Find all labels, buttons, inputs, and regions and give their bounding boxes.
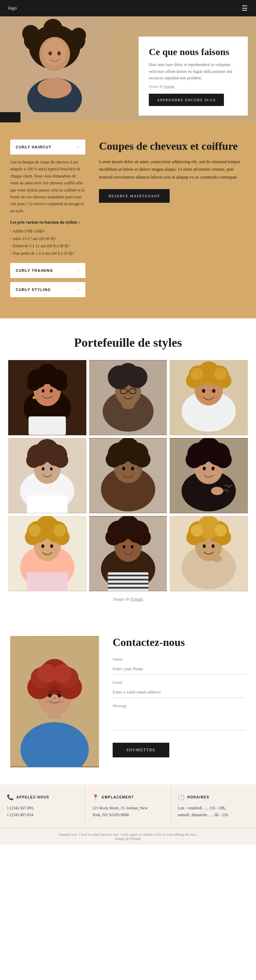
svg-point-12 <box>43 39 66 66</box>
services-right: Coupes de cheveux et coiffure Lorem ipsu… <box>99 140 246 301</box>
hero-person-svg <box>0 16 109 112</box>
svg-point-68 <box>122 466 125 470</box>
header: logo ☰ <box>0 0 256 16</box>
svg-point-69 <box>131 466 134 470</box>
svg-point-141 <box>45 700 51 703</box>
svg-point-120 <box>212 544 215 548</box>
svg-point-79 <box>212 466 215 470</box>
services-description: Lorem ipsum dolor sit amet, consectetur … <box>99 158 246 181</box>
services-left: CURLY HAIRCUT → Une technique de coupe d… <box>10 140 85 301</box>
portfolio-item-3 <box>170 360 248 435</box>
portfolio-credit: Images de Freepik <box>8 597 248 602</box>
svg-point-43 <box>191 368 203 380</box>
svg-point-117 <box>191 524 203 536</box>
name-label: Name <box>113 657 246 662</box>
info-hours-header: 🕐 HORAIRES <box>178 794 249 800</box>
hero-content: Ce que nous faisons Duis aute irure dolo… <box>139 37 248 116</box>
svg-point-138 <box>48 694 52 698</box>
svg-point-139 <box>58 694 61 698</box>
svg-point-137 <box>52 664 72 683</box>
svg-point-30 <box>118 363 138 383</box>
svg-point-45 <box>202 389 205 393</box>
svg-point-140 <box>53 697 56 700</box>
hamburger-icon[interactable]: ☰ <box>242 4 248 12</box>
svg-point-77 <box>215 451 232 468</box>
message-field-group: Message <box>113 703 246 732</box>
portfolio-grid <box>8 360 248 591</box>
svg-point-67 <box>134 451 150 468</box>
service-prices-title: Les prix varient en fonction du styliste… <box>10 220 85 225</box>
svg-point-122 <box>212 554 215 560</box>
svg-point-80 <box>211 487 224 495</box>
info-phone-header: 📞 APPELEZ-NOUS <box>7 794 78 800</box>
svg-point-19 <box>27 377 41 391</box>
phone-title: APPELEZ-NOUS <box>16 795 49 799</box>
svg-point-118 <box>215 524 227 536</box>
svg-point-78 <box>203 466 206 470</box>
info-block-hours: 🕐 HORAIRES Lun - vendredi …. 11h - 20h, … <box>171 784 256 828</box>
portfolio-item-4 <box>8 438 86 513</box>
reserve-button[interactable]: RESERVE MAINTENANT <box>99 189 170 203</box>
svg-point-5 <box>71 28 86 43</box>
hours-title: HORAIRES <box>187 795 210 799</box>
svg-rect-104 <box>107 579 148 580</box>
service-prices-list: - Adulte (70$-110$)+- Ados 13-17 ans (65… <box>10 228 85 257</box>
svg-point-20 <box>54 377 68 391</box>
svg-rect-106 <box>107 587 148 589</box>
contact-image <box>10 636 99 767</box>
hero-credit: Image de freepik <box>149 84 237 88</box>
svg-point-57 <box>42 467 44 471</box>
svg-point-92 <box>50 544 53 548</box>
portfolio-item-6 <box>170 438 248 513</box>
svg-point-76 <box>186 451 203 468</box>
service-styling-arrow: → <box>75 287 80 292</box>
contact-form: Name Email Message SOUMETTRE <box>113 657 246 757</box>
email-label: Email <box>113 680 246 685</box>
svg-point-21 <box>42 389 44 393</box>
submit-button[interactable]: SOUMETTRE <box>113 743 169 757</box>
svg-point-48 <box>213 396 218 398</box>
service-haircut-desc: Une technique de coupe de cheveux à sec … <box>10 159 85 215</box>
clock-icon: 🕐 <box>178 794 185 800</box>
email-input[interactable] <box>113 687 246 698</box>
contact-person-image <box>10 636 99 767</box>
info-location-header: 📍 EMPLACEMENT <box>92 794 163 800</box>
name-input[interactable] <box>113 663 246 675</box>
hero-section: Ce que nous faisons Duis aute irure dolo… <box>0 16 256 123</box>
svg-point-23 <box>33 396 35 399</box>
svg-point-44 <box>215 368 227 380</box>
learn-more-button[interactable]: APPRENDRE ENCORE PLUS <box>149 94 224 106</box>
service-item-haircut[interactable]: CURLY HAIRCUT → <box>10 140 85 154</box>
contact-section: Contactez-nous Name Email Message SOUMET… <box>0 619 256 784</box>
portfolio-section: Portefeuille de styles <box>0 318 256 619</box>
hero-title: Ce que nous faisons <box>149 46 237 58</box>
svg-point-22 <box>50 389 52 393</box>
svg-point-6 <box>43 19 62 38</box>
service-styling-label: CURLY STYLING <box>16 288 51 292</box>
service-item-styling[interactable]: CURLY STYLING → <box>10 282 85 297</box>
hours-content: Lun - vendredi …. 11h - 20h, samedi, dim… <box>178 805 249 819</box>
hero-credit-link[interactable]: freepik <box>163 84 174 88</box>
svg-point-142 <box>58 700 65 703</box>
portfolio-credit-link[interactable]: Freepik <box>131 597 143 601</box>
svg-point-4 <box>22 25 39 42</box>
portfolio-item-5 <box>89 438 167 513</box>
svg-point-18 <box>37 363 58 384</box>
location-title: EMPLACEMENT <box>102 795 134 799</box>
svg-point-9 <box>38 78 72 99</box>
footer-credit: Image de freepik <box>115 836 141 840</box>
phone-icon: 📞 <box>7 794 14 800</box>
service-item-training[interactable]: CURLY TRAINING → <box>10 263 85 278</box>
service-haircut-arrow: → <box>75 144 80 150</box>
svg-point-107 <box>123 545 125 549</box>
svg-point-34 <box>121 399 135 409</box>
name-field-group: Name <box>113 657 246 675</box>
service-training-arrow: → <box>75 268 80 273</box>
phone-content: 1 (234) 567-891, 1 (234) 987-654 <box>7 805 78 819</box>
svg-rect-59 <box>27 495 68 513</box>
svg-rect-93 <box>27 572 68 591</box>
services-section: CURLY HAIRCUT → Une technique de coupe d… <box>0 123 256 318</box>
location-icon: 📍 <box>92 794 99 800</box>
svg-point-91 <box>41 544 44 548</box>
message-input[interactable] <box>113 710 246 730</box>
